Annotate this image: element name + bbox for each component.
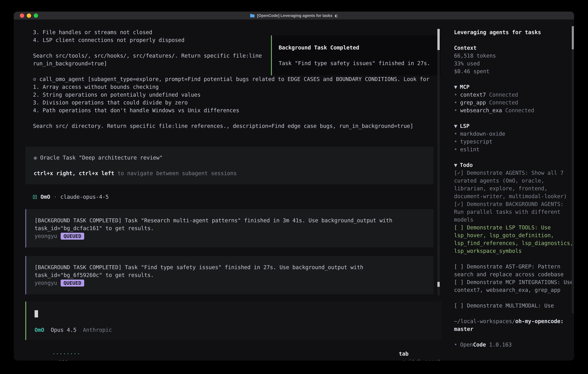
terminal-window: [OpenCode] Leveraging agents for tasks ◐… xyxy=(14,11,574,361)
chevron-down-icon: ▼ xyxy=(454,123,457,129)
oracle-title-row: ◉ Oracle Task "Deep architecture review" xyxy=(34,154,434,162)
todo-item: [ ] Demonstrate MULTIMODAL: Use xyxy=(454,302,574,310)
message-author: yeongyu xyxy=(35,279,57,287)
toast-body: Task "Find type safety issues" finished … xyxy=(279,59,441,67)
message-meta: yeongyu QUEUED xyxy=(35,232,434,240)
chevron-down-icon: ▼ xyxy=(454,84,457,90)
hint-text: to navigate between subagent sessions xyxy=(114,170,237,177)
blank-line xyxy=(454,114,574,122)
tab-key-label: switch agent xyxy=(402,359,441,361)
message-line: [BACKGROUND TASK COMPLETED] Task "Find t… xyxy=(35,263,434,271)
status-left: ········ esc interrupt xyxy=(26,342,84,350)
tab-key-hint: tab xyxy=(399,351,409,357)
status-right: tab switch agent ctrl+p commands xyxy=(373,342,441,350)
mcp-status: Connected xyxy=(489,100,518,106)
session-sidebar: Leveraging agents for tasks Context 66,5… xyxy=(448,20,574,361)
context-tokens: 66,518 tokens xyxy=(454,52,574,60)
mcp-item: •websearch_exaConnected xyxy=(454,107,574,114)
chevron-down-icon: ▼ xyxy=(454,162,457,168)
lsp-heading: LSP xyxy=(460,123,470,129)
toast-title: Background Task Completed xyxy=(279,44,441,52)
tool-call-footer: Search src/ directory. Return specific f… xyxy=(33,122,431,130)
spacer xyxy=(44,327,51,333)
app-name-bold: Code xyxy=(473,342,486,348)
window-title-text: [OpenCode] Leveraging agents for tasks xyxy=(257,13,333,18)
message-author: yeongyu xyxy=(35,232,57,240)
tool-call-text: call_omo_agent [subagent_type=explore, p… xyxy=(39,76,429,82)
lsp-name: markdown-oxide xyxy=(460,131,505,137)
todo-item: [✓] Demonstrate AGENTS: Show all 7 curat… xyxy=(454,169,574,200)
scrollbar-thumb[interactable] xyxy=(437,282,440,287)
todo-item: [ ] Demonstrate AST-GREP: Pattern search… xyxy=(454,263,574,278)
input-model: Opus 4.5 xyxy=(51,327,76,333)
blank-line xyxy=(454,36,574,44)
main-scrollbar[interactable] xyxy=(437,29,440,295)
scrollback-line: 3. File handles or streams not closed xyxy=(33,29,431,36)
oracle-title xyxy=(37,155,40,161)
mcp-name: grep_app xyxy=(460,100,486,106)
message-line: [BACKGROUND TASK COMPLETED] Task "Resear… xyxy=(35,217,434,224)
spacer xyxy=(76,327,83,333)
mcp-section-header[interactable]: ▼MCP xyxy=(454,83,574,91)
gear-icon: ⚙ xyxy=(33,76,36,82)
input-meta: OmO Opus 4.5 Anthropic xyxy=(35,326,112,334)
blank-line xyxy=(279,52,441,59)
bullet-icon: • xyxy=(454,107,457,114)
text-cursor xyxy=(35,310,38,317)
queued-badge: QUEUED xyxy=(61,280,84,287)
context-heading: Context xyxy=(454,44,574,52)
todo-section-header[interactable]: ▼Todo xyxy=(454,161,574,169)
lsp-item: •eslint xyxy=(454,146,574,154)
esc-key-hint: esc xyxy=(58,359,68,361)
message-line: task_id="bg_6f59260c" to get results. xyxy=(35,271,434,279)
workspace-path-dim: ~/local-workspaces/ xyxy=(454,318,515,324)
mcp-heading: MCP xyxy=(460,84,470,90)
separator-dot: · xyxy=(54,193,57,201)
scrollbar-thumb[interactable] xyxy=(437,29,440,50)
sidebar-scrollbar[interactable] xyxy=(572,26,574,313)
prompt-input[interactable]: OmO Opus 4.5 Anthropic xyxy=(25,301,441,340)
context-spent: $0.46 spent xyxy=(454,68,574,75)
tool-call-header: ⚙call_omo_agent [subagent_type=explore, … xyxy=(33,75,431,83)
todo-item: [ ] Demonstrate LSP TOOLS: Use lsp_hover… xyxy=(454,224,574,255)
scrollbar-thumb[interactable] xyxy=(572,26,574,49)
tool-call-item: 2. String operations on potentially unde… xyxy=(33,91,431,99)
bullet-icon: • xyxy=(454,131,457,137)
input-agent-name: OmO xyxy=(35,327,44,333)
lsp-name: typescript xyxy=(460,139,492,145)
blank-line xyxy=(454,333,574,341)
blank-line xyxy=(454,154,574,161)
app-name-regular: Open xyxy=(460,342,473,348)
blank-line xyxy=(454,310,574,317)
background-task-message: [BACKGROUND TASK COMPLETED] Task "Resear… xyxy=(25,209,434,248)
hint-keys: ctrl+x right, ctrl+x left xyxy=(34,170,114,177)
lsp-name: eslint xyxy=(460,146,480,153)
window-titlebar[interactable]: [OpenCode] Leveraging agents for tasks ◐ xyxy=(14,11,574,20)
spinner-dots: ········ xyxy=(52,351,80,357)
agent-session-header: OmO · claude-opus-4-5 xyxy=(33,193,109,201)
mcp-name: websearch_exa xyxy=(460,107,502,114)
message-meta: yeongyu QUEUED xyxy=(35,279,434,287)
bullet-icon: • xyxy=(454,342,457,348)
queued-badge: QUEUED xyxy=(61,233,84,240)
oracle-task-panel: ◉ Oracle Task "Deep architecture review"… xyxy=(25,147,434,184)
mcp-item: •context7Connected xyxy=(454,91,574,99)
lsp-section-header[interactable]: ▼LSP xyxy=(454,122,574,130)
mcp-item: •grep_appConnected xyxy=(454,99,574,107)
background-task-message: [BACKGROUND TASK COMPLETED] Task "Find t… xyxy=(25,256,434,294)
folder-icon xyxy=(250,14,255,18)
blank-line xyxy=(454,255,574,263)
context-used: 33% used xyxy=(454,60,574,68)
oracle-title-text: Oracle Task "Deep architecture review" xyxy=(40,155,163,161)
bullet-icon: • xyxy=(454,92,457,98)
bullet-icon: • xyxy=(454,146,457,153)
todo-item: [ ] Demonstrate MCP INTEGRATIONS: Use co… xyxy=(454,278,574,294)
tool-call-item: 1. Array access without bounds checking xyxy=(33,83,431,91)
blank-line xyxy=(34,162,434,169)
workspace-path: ~/local-workspaces/oh-my-opencode: xyxy=(454,317,574,325)
agent-model: claude-opus-4-5 xyxy=(60,193,109,201)
session-title: Leveraging agents for tasks xyxy=(454,29,574,36)
workspace-branch: master xyxy=(454,325,574,333)
input-provider: Anthropic xyxy=(83,327,112,333)
app-version: 1.0.163 xyxy=(486,342,512,348)
